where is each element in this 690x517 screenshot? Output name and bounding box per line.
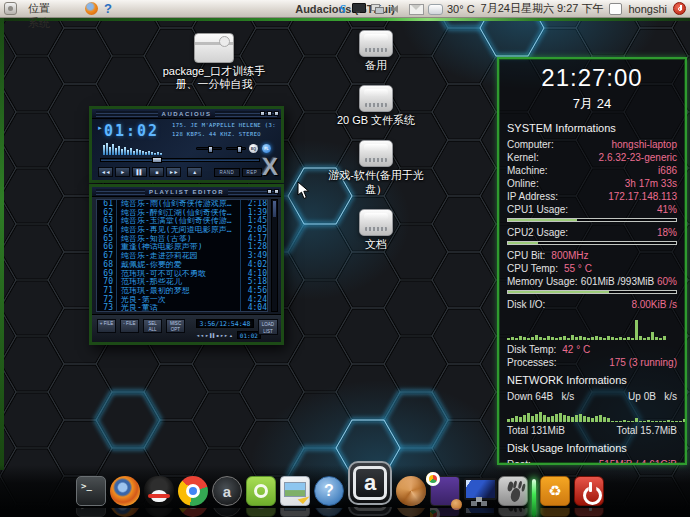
add-file-button[interactable]: + FILE: [97, 319, 116, 333]
shade-icon[interactable]: [267, 111, 272, 116]
gnome-dock-icon[interactable]: [498, 476, 528, 506]
help-dock-icon[interactable]: ?: [314, 476, 344, 506]
desktop-drive-icon[interactable]: 文档: [328, 209, 424, 251]
playlist-titlebar[interactable]: PLAYLIST EDITOR: [92, 187, 281, 197]
username-label[interactable]: hongshi: [628, 3, 667, 15]
pause-button[interactable]: ▌▌: [132, 167, 147, 177]
help-dock-reflection: ?: [314, 508, 344, 517]
playlist-track-row[interactable]: 63纯音乐-玉满堂(仙剑奇侠传游…1:45: [97, 217, 267, 226]
player-window-buttons: [258, 111, 279, 116]
playlist-editor-window[interactable]: PLAYLIST EDITOR 61纯音乐-雨(仙剑奇侠传游戏原…2:1862纯…: [89, 184, 284, 345]
spectrum-visualizer[interactable]: [103, 142, 163, 155]
next-button[interactable]: ►►: [166, 167, 181, 177]
window-stack-dock-icon[interactable]: [430, 476, 460, 506]
user-switcher-icon[interactable]: [609, 3, 622, 15]
ime-switcher-icon[interactable]: S: [339, 2, 346, 15]
remove-file-button[interactable]: - FILE: [120, 319, 139, 333]
terminal-dock-icon[interactable]: >_: [76, 476, 106, 506]
amarok-dock-icon: a: [212, 508, 242, 517]
close-icon[interactable]: [274, 189, 279, 194]
elapsed-time-display[interactable]: 01:02: [104, 122, 159, 140]
misc-options-button[interactable]: MISC OPT: [166, 319, 185, 333]
system-section-header: SYSTEM Informations: [507, 122, 677, 134]
distributor-logo-icon[interactable]: [4, 2, 17, 15]
graph-bar: [635, 320, 638, 340]
volume-knob[interactable]: [208, 146, 213, 153]
stop-button[interactable]: ■: [149, 167, 164, 177]
qq-dock-icon[interactable]: [144, 476, 174, 506]
playlist-track-row[interactable]: 71范玮琪-最初的梦想4:56: [97, 287, 267, 296]
graph-bar: [154, 153, 156, 155]
volume-slider[interactable]: [196, 147, 222, 150]
playlist-track-row[interactable]: 72光良-第一次4:24: [97, 296, 267, 305]
play-mini-button[interactable]: ►: [205, 332, 209, 339]
playlist-toggle-button[interactable]: PL: [262, 144, 271, 153]
chromium-dock-icon[interactable]: [178, 476, 208, 506]
trash-dock-icon[interactable]: ♻: [540, 476, 570, 506]
next-mini-button[interactable]: ►►: [220, 332, 228, 339]
audacious-dock-icon[interactable]: a: [348, 461, 392, 505]
desktop-package-icon[interactable]: package_口才训练手册、一分钟自我: [159, 33, 269, 91]
playlist-track-list[interactable]: 61纯音乐-雨(仙剑奇侠传游戏原…2:1862纯音乐-醉剑江湖(仙剑奇侠传…1:…: [96, 199, 268, 312]
playlist-scrollbar[interactable]: [271, 199, 278, 312]
previous-mini-button[interactable]: ◄◄: [196, 332, 204, 339]
seek-knob[interactable]: [152, 157, 162, 163]
volume-icon[interactable]: [390, 2, 403, 15]
shutdown-applet-icon[interactable]: [673, 2, 686, 15]
stop-mini-button[interactable]: ■: [217, 332, 219, 339]
select-all-button[interactable]: SEL ALL: [143, 319, 162, 333]
playlist-track-row[interactable]: 64纯音乐-再见(无间道电影原声…2:05: [97, 226, 267, 235]
player-titlebar[interactable]: AUDACIOUS: [92, 109, 281, 119]
load-list-button[interactable]: LOAD LIST: [258, 319, 278, 335]
playlist-track-row[interactable]: 73光良-童话4:04: [97, 304, 267, 312]
display-dock-icon[interactable]: [464, 476, 494, 506]
shade-icon[interactable]: [267, 189, 272, 194]
playlist-track-row[interactable]: 65纯音乐-知音(古筝)4:17: [97, 235, 267, 244]
minimize-icon[interactable]: [260, 111, 265, 116]
help-launcher-icon[interactable]: ?: [104, 2, 112, 15]
playlist-track-row[interactable]: 68戴佩妮-你要的爱4:02: [97, 261, 267, 270]
eject-mini-button[interactable]: ▲: [229, 332, 233, 339]
firefox-launcher-icon[interactable]: [85, 2, 98, 15]
firefox-dock-icon[interactable]: [110, 476, 140, 506]
playlist-track-row[interactable]: 70范玮琪-那些花儿5:18: [97, 278, 267, 287]
nautilus-dock-icon[interactable]: [396, 476, 426, 506]
track-title-marquee[interactable]: 175. JE M'APPELLE HELENE (3:58): [172, 122, 276, 128]
scrollbar-thumb[interactable]: [273, 201, 276, 217]
shutdown-dock-icon[interactable]: [574, 476, 604, 506]
balance-knob[interactable]: [237, 146, 242, 153]
image-tool-dock-icon[interactable]: [280, 476, 310, 506]
amarok-dock-icon[interactable]: a: [212, 476, 242, 506]
network-icon[interactable]: [371, 2, 384, 15]
shuffle-toggle[interactable]: RAND: [214, 168, 240, 177]
graph-bar: [547, 417, 550, 422]
graph-bar: [531, 416, 534, 422]
display-icon[interactable]: [352, 2, 365, 15]
weather-temperature[interactable]: 30° C: [447, 3, 475, 15]
playlist-track-row[interactable]: 61纯音乐-雨(仙剑奇侠传游戏原…2:18: [97, 200, 267, 209]
playlist-track-row[interactable]: 67纯音乐-走进莎莉花园3:49: [97, 252, 267, 261]
desktop-drive-icon[interactable]: 20 GB 文件系统: [328, 85, 424, 127]
seek-bar[interactable]: [100, 158, 260, 162]
close-icon[interactable]: [274, 111, 279, 116]
menu-系统[interactable]: 系统: [21, 16, 79, 31]
software-center-dock-icon[interactable]: [246, 476, 276, 506]
balance-slider[interactable]: [226, 147, 246, 150]
play-button[interactable]: ►: [115, 167, 130, 177]
previous-button[interactable]: ◄◄: [98, 167, 113, 177]
playlist-track-row[interactable]: 62纯音乐-醉剑江湖(仙剑奇侠传…1:39: [97, 209, 267, 218]
eject-button[interactable]: ▲: [187, 167, 202, 177]
menu-位置[interactable]: 位置: [21, 1, 79, 16]
equalizer-toggle-button[interactable]: EQ: [249, 144, 258, 153]
playlist-track-row[interactable]: 69范玮琪-可不可以不勇敢4:10: [97, 270, 267, 279]
panel-clock[interactable]: 7月24日星期六 9:27 下午: [481, 1, 604, 16]
conky-progress-bar: [507, 290, 677, 294]
weather-icon[interactable]: [428, 2, 441, 15]
pause-mini-button[interactable]: ▌▌: [210, 332, 216, 339]
desktop-drive-icon[interactable]: 游戏-软件(备用于光盘）: [328, 140, 424, 195]
playlist-track-row[interactable]: 66重逢(神话电影原声带)1:28: [97, 243, 267, 252]
audacious-main-window[interactable]: AUDACIOUS ► 01:02 175. JE M'APPELLE HELE…: [89, 106, 284, 183]
repeat-toggle[interactable]: REP: [242, 168, 262, 177]
mail-icon[interactable]: [409, 2, 422, 15]
desktop-drive-icon[interactable]: 备用: [328, 30, 424, 72]
